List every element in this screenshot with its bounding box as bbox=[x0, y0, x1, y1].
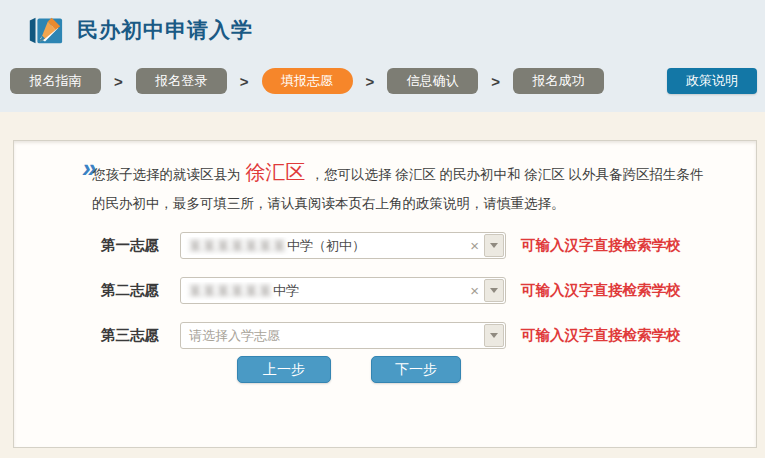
chevron-down-icon bbox=[490, 333, 498, 338]
chevron-down-icon bbox=[490, 288, 498, 293]
second-choice-label: 第二志愿 bbox=[101, 281, 165, 300]
third-choice-label: 第三志愿 bbox=[101, 326, 165, 345]
second-choice-value: 某某某某某某中学 bbox=[181, 282, 465, 300]
step-navigation: 报名指南 > 报名登录 > 填报志愿 > 信息确认 > 报名成功 政策说明 bbox=[10, 68, 757, 94]
school-name-suffix: 中学（初中） bbox=[287, 238, 365, 253]
dropdown-button[interactable] bbox=[484, 279, 504, 302]
step-arrow-icon: > bbox=[491, 73, 500, 90]
policy-explanation-button[interactable]: 政策说明 bbox=[667, 68, 757, 94]
step-arrow-icon: > bbox=[366, 73, 375, 90]
second-choice-row: 第二志愿 某某某某某某中学 × 可输入汉字直接检索学校 bbox=[101, 277, 681, 304]
clear-icon[interactable]: × bbox=[465, 283, 484, 298]
main-panel: » 您孩子选择的就读区县为徐汇区，您可以选择 徐汇区 的民办初中和 徐汇区 以外… bbox=[13, 140, 757, 448]
step-signup-success[interactable]: 报名成功 bbox=[513, 68, 604, 94]
third-choice-combobox[interactable]: 请选择入学志愿 bbox=[180, 322, 506, 349]
district-notice-text: 您孩子选择的就读区县为徐汇区，您可以选择 徐汇区 的民办初中和 徐汇区 以外具备… bbox=[92, 158, 710, 218]
previous-step-button[interactable]: 上一步 bbox=[237, 356, 331, 383]
dropdown-button[interactable] bbox=[484, 234, 504, 257]
second-choice-combobox[interactable]: 某某某某某某中学 × bbox=[180, 277, 506, 304]
school-name-suffix: 中学 bbox=[273, 283, 299, 298]
step-fill-choices-active[interactable]: 填报志愿 bbox=[262, 68, 353, 94]
clear-icon[interactable]: × bbox=[465, 238, 484, 253]
chevron-down-icon bbox=[490, 243, 498, 248]
search-hint-text: 可输入汉字直接检索学校 bbox=[521, 281, 681, 300]
search-hint-text: 可输入汉字直接检索学校 bbox=[521, 326, 681, 345]
step-info-confirm[interactable]: 信息确认 bbox=[387, 68, 478, 94]
first-choice-row: 第一志愿 某某某某某某某中学（初中） × 可输入汉字直接检索学校 bbox=[101, 232, 681, 259]
next-step-button[interactable]: 下一步 bbox=[371, 356, 461, 383]
district-highlight: 徐汇区 bbox=[246, 161, 306, 183]
third-choice-row: 第三志愿 请选择入学志愿 可输入汉字直接检索学校 bbox=[101, 322, 681, 349]
notice-line1: ，您可以选择 徐汇区 的民办初中和 徐汇区 以外具备跨区招生条件 bbox=[311, 167, 704, 182]
notice-line2: 的民办初中，最多可填三所，请认真阅读本页右上角的政策说明，请慎重选择。 bbox=[92, 196, 565, 211]
step-arrow-icon: > bbox=[114, 73, 123, 90]
notice-prefix: 您孩子选择的就读区县为 bbox=[92, 167, 241, 182]
step-signup-guide[interactable]: 报名指南 bbox=[10, 68, 101, 94]
search-hint-text: 可输入汉字直接检索学校 bbox=[521, 236, 681, 255]
book-pen-logo-icon bbox=[26, 11, 64, 49]
dropdown-button[interactable] bbox=[484, 324, 504, 347]
top-header-bar: 民办初中申请入学 报名指南 > 报名登录 > 填报志愿 > 信息确认 > 报名成… bbox=[0, 0, 765, 112]
redacted-school-name: 某某某某某某 bbox=[189, 283, 273, 298]
brand: 民办初中申请入学 bbox=[26, 11, 253, 49]
page-title: 民办初中申请入学 bbox=[77, 16, 253, 44]
first-choice-value: 某某某某某某某中学（初中） bbox=[181, 237, 465, 255]
step-signup-login[interactable]: 报名登录 bbox=[136, 68, 227, 94]
first-choice-label: 第一志愿 bbox=[101, 236, 165, 255]
redacted-school-name: 某某某某某某某 bbox=[189, 238, 287, 253]
first-choice-combobox[interactable]: 某某某某某某某中学（初中） × bbox=[180, 232, 506, 259]
third-choice-placeholder: 请选择入学志愿 bbox=[181, 327, 484, 345]
step-arrow-icon: > bbox=[240, 73, 249, 90]
